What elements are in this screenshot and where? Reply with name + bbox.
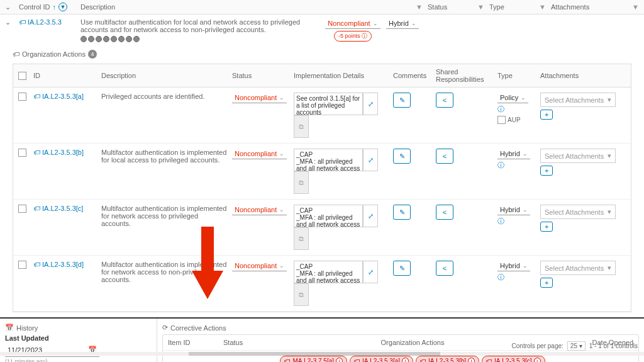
add-attachment-button[interactable]: + — [540, 222, 553, 232]
filter-circled-icon[interactable]: ▼ — [58, 3, 67, 11]
org-action-tag[interactable]: 🏷MA.L2-3.7.5[a]i — [280, 356, 347, 362]
calendar-icon: 📅 — [5, 324, 14, 332]
aup-checkbox[interactable] — [497, 116, 506, 124]
status-select[interactable]: Noncompliant ⌄ — [232, 149, 287, 159]
table-row: 🏷IA.L2-3.5.3[a] Privileged accounts are … — [13, 88, 631, 144]
pagination-footer: Controls per page: 25 ▾ 1 - 1 of 1 contr… — [512, 341, 638, 351]
copy-icon: ⧉ — [294, 115, 309, 138]
horizontal-scrollbar[interactable] — [0, 352, 644, 356]
row-checkbox[interactable] — [18, 93, 26, 101]
copy-icon: ⧉ — [294, 283, 309, 306]
filter-icon[interactable]: ▼ — [416, 3, 423, 11]
attachments-select[interactable]: Select Attachments▾ — [540, 149, 616, 163]
status-select[interactable]: Noncompliant ⌄ — [232, 205, 287, 215]
edit-comment-button[interactable]: ✎ — [393, 261, 411, 276]
tag-icon: 🏷 — [19, 18, 26, 26]
org-actions-header: 🏷 Organization Actions 4 — [0, 47, 644, 61]
expand-all-chevron[interactable]: ⌄ — [5, 3, 14, 11]
refresh-icon: ⟳ — [162, 324, 168, 332]
points-badge: -5 points ⓘ — [334, 31, 372, 42]
per-page-select[interactable]: 25 ▾ — [567, 341, 586, 351]
row-checkbox[interactable] — [18, 149, 26, 157]
attachments-select[interactable]: Select Attachments▾ — [540, 261, 616, 275]
expand-icon[interactable]: ⤢ — [363, 205, 378, 227]
expand-icon[interactable]: ⤢ — [363, 93, 378, 115]
row-checkbox[interactable] — [18, 205, 26, 213]
type-select[interactable]: Hybrid ⌄ — [497, 149, 530, 159]
status-select[interactable]: Noncompliant ⌄ — [232, 261, 287, 271]
copy-icon: ⧉ — [294, 227, 309, 250]
action-id-link[interactable]: 🏷IA.L2-3.5.3[d] — [33, 261, 96, 268]
status-select[interactable]: Noncompliant ⌄ — [325, 18, 380, 29]
share-button[interactable]: < — [436, 261, 453, 276]
share-button[interactable]: < — [436, 205, 453, 220]
expand-icon[interactable]: ⤢ — [363, 149, 378, 171]
sort-arrow-icon[interactable]: ↑ — [53, 3, 57, 11]
filter-icon[interactable]: ▼ — [632, 3, 639, 11]
share-button[interactable]: < — [436, 149, 453, 164]
hdr-description[interactable]: Description — [80, 3, 115, 11]
row-checkbox[interactable] — [18, 261, 26, 269]
type-select[interactable]: Hybrid ⌄ — [386, 18, 419, 29]
type-select[interactable]: Hybrid ⌄ — [497, 261, 530, 271]
hdr-type[interactable]: Type — [489, 3, 504, 11]
filter-icon[interactable]: ▼ — [477, 3, 484, 11]
action-id-link[interactable]: 🏷IA.L2-3.5.3[c] — [33, 205, 96, 212]
control-row: ⌄ 🏷 IA.L2-3.5.3 Use multifactor authenti… — [0, 14, 644, 47]
hdr-control-id[interactable]: Control ID — [19, 3, 50, 11]
share-button[interactable]: < — [436, 93, 453, 108]
chevron-down-icon: ⌄ — [411, 20, 416, 26]
control-description: Use multifactor authentication for local… — [80, 18, 300, 33]
hdr-attachments[interactable]: Attachments — [551, 3, 589, 11]
org-action-tag[interactable]: 🏷IA.L2-3.5.3[c]i — [482, 356, 545, 362]
action-id-link[interactable]: 🏷IA.L2-3.5.3[a] — [33, 93, 96, 100]
edit-comment-button[interactable]: ✎ — [393, 93, 411, 108]
filter-icon[interactable]: ▼ — [539, 3, 546, 11]
chevron-down-icon: ⌄ — [373, 20, 378, 26]
org-actions-table: ID Description Status Implementation Det… — [13, 64, 631, 312]
org-action-tag[interactable]: 🏷IA.L2-3.5.3[b]i — [416, 356, 479, 362]
control-id-link[interactable]: 🏷 IA.L2-3.5.3 — [19, 18, 75, 26]
objective-dots — [80, 36, 319, 43]
table-row: 🏷IA.L2-3.5.3[c] Multifactor authenticati… — [13, 200, 631, 256]
expand-icon[interactable]: ⤢ — [363, 261, 378, 283]
action-id-link[interactable]: 🏷IA.L2-3.5.3[b] — [33, 149, 96, 156]
attachments-select[interactable]: Select Attachments▾ — [540, 93, 616, 107]
add-attachment-button[interactable]: + — [540, 110, 553, 120]
attachments-select[interactable]: Select Attachments▾ — [540, 205, 616, 219]
table-row: 🏷IA.L2-3.5.3[d] Multifactor authenticati… — [13, 256, 631, 312]
implementation-details-text[interactable]: _CAP_MFA : all privileged and all networ… — [294, 205, 363, 227]
edit-comment-button[interactable]: ✎ — [393, 205, 411, 220]
table-row: 🏷IA.L2-3.5.3[b] Multifactor authenticati… — [13, 144, 631, 200]
org-action-tag[interactable]: 🏷IA.L2-3.5.3[a]i — [350, 356, 413, 362]
add-attachment-button[interactable]: + — [540, 166, 553, 176]
sub-table-header: ID Description Status Implementation Det… — [13, 64, 631, 88]
tag-icon: 🏷 — [13, 50, 19, 58]
add-attachment-button[interactable]: + — [540, 278, 553, 288]
info-icon[interactable]: ⓘ — [497, 273, 535, 282]
info-icon[interactable]: ⓘ — [497, 161, 535, 170]
type-select[interactable]: Policy ⌄ — [497, 93, 528, 103]
chevron-down-icon[interactable]: ⌄ — [5, 18, 14, 26]
type-select[interactable]: Hybrid ⌄ — [497, 205, 530, 215]
implementation-details-text[interactable]: _CAP_MFA : all privileged and all networ… — [294, 261, 363, 283]
implementation-details-text[interactable]: _CAP_MFA : all privileged and all networ… — [294, 149, 363, 171]
controls-table-header: ⌄ Control ID ↑ ▼ Description ▼ Status ▼ … — [0, 0, 644, 14]
hdr-status[interactable]: Status — [428, 3, 447, 11]
select-all-checkbox[interactable] — [18, 72, 26, 80]
copy-icon: ⧉ — [294, 171, 309, 194]
implementation-details-text[interactable]: See control 3.1.5[a] for a list of privi… — [294, 93, 363, 115]
info-icon[interactable]: ⓘ — [497, 105, 535, 114]
info-icon[interactable]: ⓘ — [497, 217, 535, 226]
status-select[interactable]: Noncompliant ⌄ — [232, 93, 287, 103]
org-actions-count: 4 — [88, 50, 97, 59]
edit-comment-button[interactable]: ✎ — [393, 149, 411, 164]
